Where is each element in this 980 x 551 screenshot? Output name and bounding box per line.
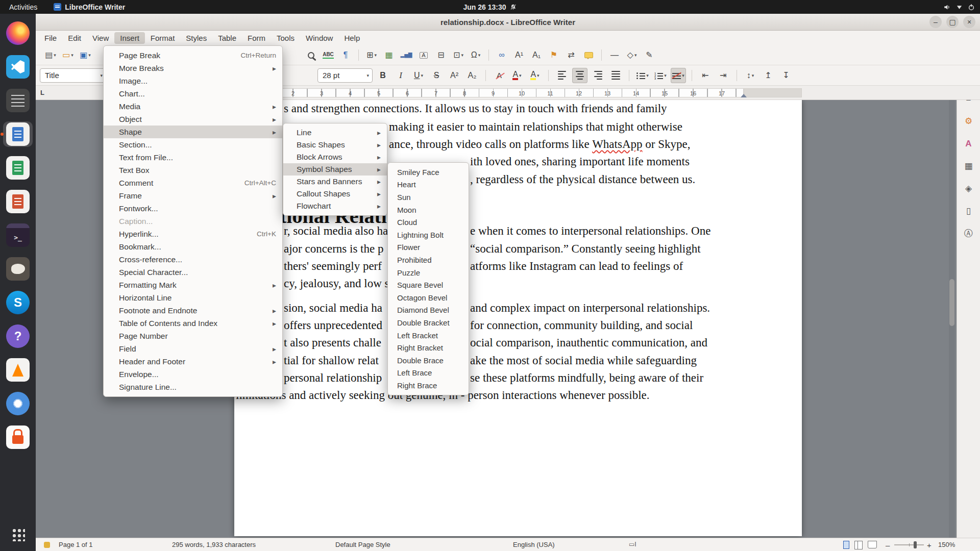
- insert-menu-item-text-from-file[interactable]: Text from File...: [104, 151, 282, 164]
- zoom-out-button[interactable]: –: [886, 541, 890, 549]
- insert-menu-item-footnote-and-endnote[interactable]: Footnote and Endnote▸: [104, 304, 282, 317]
- symbol-shapes-item-right-brace[interactable]: Right Brace: [388, 379, 469, 392]
- align-justify-button[interactable]: [608, 68, 623, 83]
- font-size-combobox[interactable]: 28 pt ▾: [317, 68, 373, 83]
- insert-menu-item-comment[interactable]: CommentCtrl+Alt+C: [104, 177, 282, 189]
- subscript-button[interactable]: A₂: [464, 68, 480, 83]
- vertical-scrollbar[interactable]: [949, 100, 955, 538]
- page-count-status[interactable]: Page 1 of 1: [59, 541, 93, 548]
- focused-app-menu[interactable]: LibreOffice Writer: [54, 3, 125, 11]
- symbol-shapes-item-lightning-bolt[interactable]: Lightning Bolt: [388, 229, 469, 241]
- menubar-item-format[interactable]: Format: [145, 32, 181, 44]
- symbol-shapes-item-octagon-bevel[interactable]: Octagon Bevel: [388, 291, 469, 304]
- sidebar-tab-style-inspector[interactable]: Ⓐ: [961, 226, 976, 241]
- insert-menu-item-object[interactable]: Object▸: [104, 113, 282, 126]
- spelling-button[interactable]: ABC: [321, 47, 336, 63]
- right-indent-marker[interactable]: [741, 94, 747, 97]
- shape-menu-item-basic-shapes[interactable]: Basic Shapes▸: [283, 139, 387, 151]
- align-left-button[interactable]: [554, 68, 570, 83]
- dock-item-vlc[interactable]: [3, 357, 33, 383]
- insert-comment-button[interactable]: [581, 47, 596, 63]
- insert-menu-item-page-number[interactable]: Page Number: [104, 330, 282, 342]
- menubar-item-table[interactable]: Table: [212, 32, 242, 44]
- align-right-button[interactable]: [590, 68, 605, 83]
- close-button[interactable]: ×: [963, 16, 975, 28]
- system-status-area[interactable]: [943, 4, 975, 11]
- insert-text-box-button[interactable]: A: [416, 47, 431, 63]
- clock-menu[interactable]: Jun 26 13:30: [463, 3, 517, 11]
- insert-menu-item-formatting-mark[interactable]: Formatting Mark▸: [104, 279, 282, 291]
- menubar-item-help[interactable]: Help: [338, 32, 365, 44]
- sidebar-tab-gallery[interactable]: ▦: [961, 158, 976, 173]
- insert-menu-item-text-box[interactable]: Text Box: [104, 164, 282, 177]
- symbol-shapes-item-smiley-face[interactable]: Smiley Face: [388, 166, 469, 179]
- numbered-list-button[interactable]: ▾: [653, 68, 668, 83]
- highlight-color-button[interactable]: A▾: [527, 68, 543, 83]
- insert-menu-item-image[interactable]: Image...: [104, 74, 282, 87]
- dock-item-text-editor[interactable]: [3, 88, 33, 113]
- new-document-button[interactable]: ▤▾: [43, 47, 58, 63]
- line-spacing-button[interactable]: ↕▾: [743, 68, 758, 83]
- symbol-shapes-item-prohibited[interactable]: Prohibited: [388, 254, 469, 266]
- menubar-item-window[interactable]: Window: [300, 32, 338, 44]
- shape-menu-item-callout-shapes[interactable]: Callout Shapes▸: [283, 188, 387, 200]
- insert-footnote-button[interactable]: A¹: [511, 47, 527, 63]
- menubar-item-file[interactable]: File: [39, 32, 62, 44]
- page-break-button[interactable]: ⊟: [433, 47, 449, 63]
- sidebar-tab-properties[interactable]: ⚙: [961, 113, 976, 129]
- insert-menu-item-chart[interactable]: Chart...: [104, 87, 282, 100]
- activities-button[interactable]: Activities: [0, 0, 46, 14]
- symbol-shapes-item-heart[interactable]: Heart: [388, 179, 469, 191]
- symbol-shapes-item-square-bevel[interactable]: Square Bevel: [388, 279, 469, 291]
- menubar-item-edit[interactable]: Edit: [62, 32, 87, 44]
- special-character-button[interactable]: Ω▾: [468, 47, 483, 63]
- increase-indent-button[interactable]: ⇥: [716, 68, 731, 83]
- view-book-button[interactable]: [868, 541, 877, 548]
- dock-item-libreoffice-calc[interactable]: [3, 155, 33, 181]
- decrease-indent-button[interactable]: ⇤: [698, 68, 713, 83]
- symbol-shapes-item-left-brace[interactable]: Left Brace: [388, 367, 469, 380]
- insert-menu-item-media[interactable]: Media▸: [104, 100, 282, 113]
- superscript-button[interactable]: A²: [447, 68, 462, 83]
- symbol-shapes-item-right-bracket[interactable]: Right Bracket: [388, 341, 469, 354]
- menubar-item-styles[interactable]: Styles: [180, 32, 212, 44]
- hyperlink-button[interactable]: ∞: [494, 47, 509, 63]
- dock-item-gimp[interactable]: [3, 256, 33, 282]
- dock-item-chat-app[interactable]: S: [3, 290, 33, 315]
- sidebar-tab-page-deck[interactable]: ▯: [961, 203, 976, 218]
- insert-menu-item-envelope[interactable]: Envelope...: [104, 368, 282, 381]
- insert-image-button[interactable]: ▦: [381, 47, 397, 63]
- align-center-button[interactable]: [572, 68, 587, 83]
- selection-mode-icon[interactable]: ▭I: [629, 541, 636, 548]
- insert-menu-item-header-and-footer[interactable]: Header and Footer▸: [104, 355, 282, 368]
- dock-item-libreoffice-writer[interactable]: [3, 121, 33, 147]
- insert-bookmark-button[interactable]: ⚑: [546, 47, 561, 63]
- horizontal-line-button[interactable]: —: [607, 47, 622, 63]
- symbol-shapes-item-diamond-bevel[interactable]: Diamond Bevel: [388, 304, 469, 317]
- symbol-shapes-item-moon[interactable]: Moon: [388, 204, 469, 216]
- insert-menu-item-cross-reference[interactable]: Cross-reference...: [104, 253, 282, 266]
- clear-formatting-button[interactable]: A: [492, 68, 507, 83]
- shape-menu-item-symbol-shapes[interactable]: Symbol Shapes▸: [283, 163, 387, 176]
- insert-menu-item-signature-line[interactable]: Signature Line...: [104, 381, 282, 393]
- title-bar[interactable]: relationship.docx - LibreOffice Writer –…: [36, 14, 980, 31]
- symbol-shapes-item-cloud[interactable]: Cloud: [388, 216, 469, 229]
- basic-shapes-button[interactable]: ◇▾: [624, 47, 640, 63]
- show-applications-button[interactable]: [3, 525, 33, 551]
- dock-item-software-store[interactable]: [3, 424, 33, 450]
- symbol-shapes-item-double-bracket[interactable]: Double Bracket: [388, 316, 469, 329]
- view-multiple-pages-button[interactable]: [854, 541, 863, 549]
- shape-menu-item-flowchart[interactable]: Flowchart▸: [283, 200, 387, 212]
- dock-item-terminal[interactable]: [3, 222, 33, 248]
- sidebar-tab-styles[interactable]: A: [961, 136, 976, 151]
- dock-item-chromium[interactable]: [3, 391, 33, 416]
- insert-endnote-button[interactable]: A₁: [529, 47, 544, 63]
- sidebar-tab-navigator[interactable]: ◈: [961, 181, 976, 196]
- paragraph-style-combobox[interactable]: Title ▾: [40, 68, 106, 83]
- insert-menu-item-horizontal-line[interactable]: Horizontal Line: [104, 291, 282, 304]
- insert-menu-item-fontwork[interactable]: Fontwork...: [104, 202, 282, 215]
- insert-menu-item-more-breaks[interactable]: More Breaks▸: [104, 62, 282, 74]
- font-color-button[interactable]: A▾: [509, 68, 525, 83]
- italic-button[interactable]: I: [393, 68, 408, 83]
- page-style-status[interactable]: Default Page Style: [335, 541, 390, 548]
